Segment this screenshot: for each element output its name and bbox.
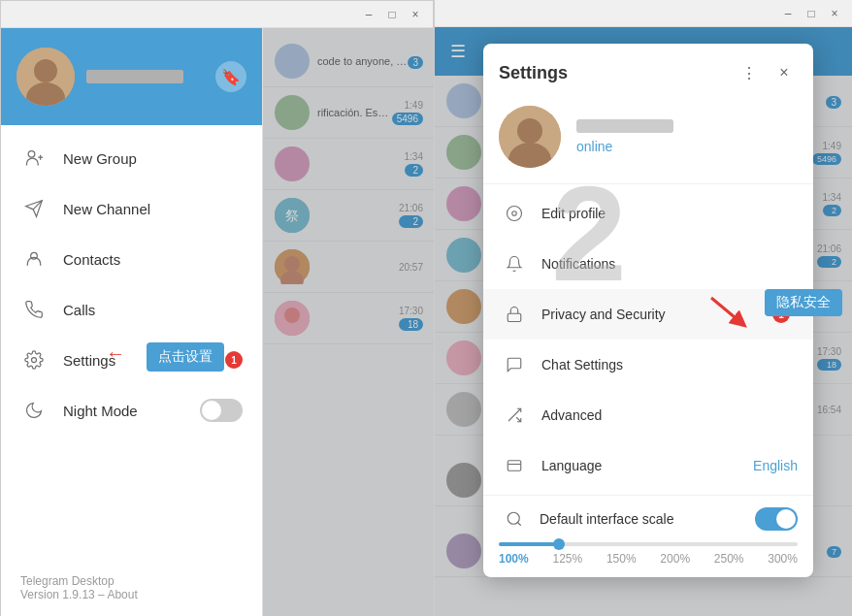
bg-avatar-2: [446, 186, 481, 221]
svg-point-15: [284, 308, 300, 323]
settings-more-btn[interactable]: ⋮: [736, 59, 763, 86]
scale-bar-thumb[interactable]: [553, 538, 565, 550]
language-value: English: [753, 458, 798, 473]
svg-line-23: [516, 417, 521, 422]
settings-menu-items: Edit profile Notifications Privacy a: [483, 184, 813, 495]
settings-modal-title: Settings: [499, 63, 568, 83]
scale-300[interactable]: 300%: [768, 552, 798, 566]
scale-options: 100% 125% 150% 200% 250% 300%: [499, 552, 798, 566]
settings-profile-info: online: [576, 119, 673, 154]
scale-250[interactable]: 250%: [714, 552, 744, 566]
bookmark-icon[interactable]: 🔖: [215, 61, 246, 92]
footer: Telegram Desktop Version 1.9.13 – About: [20, 574, 138, 601]
svg-point-19: [508, 207, 522, 221]
maximize-btn-right[interactable]: □: [802, 4, 821, 23]
scale-bar[interactable]: [499, 542, 798, 546]
profile-header[interactable]: 🔖: [1, 28, 262, 125]
chat-item-1[interactable]: rificación. Espera... 1:49 5496: [263, 87, 435, 139]
new-channel-icon: [20, 195, 48, 222]
privacy-label: Privacy and Security: [541, 307, 772, 322]
bg-avatar-4: [446, 289, 481, 324]
left-sidebar: 🔖 New Group New Channel: [1, 28, 263, 616]
scale-150[interactable]: 150%: [606, 552, 637, 566]
settings-avatar: [499, 106, 561, 168]
language-icon: [499, 450, 530, 481]
settings-profile-name: [576, 119, 673, 133]
settings-notifications[interactable]: Notifications: [483, 239, 813, 289]
new-group-item[interactable]: New Group: [1, 133, 262, 183]
bg-avatar-7: [446, 463, 481, 498]
chat-item-5[interactable]: 17:30 18: [263, 293, 435, 344]
chat-avatar-2: [275, 146, 310, 181]
chat-meta-2: 1:34 2: [405, 151, 423, 177]
chat-badge-2: 2: [405, 164, 423, 177]
settings-item[interactable]: Settings 1 ← 点击设置: [1, 335, 262, 385]
edit-profile-icon: [499, 198, 530, 229]
scale-125[interactable]: 125%: [552, 552, 582, 566]
settings-profile-section[interactable]: online: [483, 94, 813, 184]
contacts-label: Contacts: [63, 251, 243, 268]
chat-item-0[interactable]: code to anyone, eve... 3: [263, 36, 435, 87]
scale-200[interactable]: 200%: [660, 552, 690, 566]
night-mode-label: Night Mode: [63, 403, 200, 419]
new-channel-item[interactable]: New Channel: [1, 183, 262, 234]
chat-item-3[interactable]: 祭 21:06 2: [263, 190, 435, 242]
night-mode-toggle[interactable]: [200, 399, 243, 422]
chat-settings-label: Chat Settings: [541, 357, 798, 373]
chat-list: code to anyone, eve... 3 rificación. Esp…: [263, 28, 435, 352]
maximize-btn-left[interactable]: □: [382, 5, 402, 24]
settings-icon: [20, 346, 48, 373]
minimize-btn-right[interactable]: –: [778, 4, 798, 23]
menu-items: New Group New Channel Contacts: [1, 125, 262, 443]
chat-msg-1: rificación. Espera...: [317, 107, 392, 118]
svg-line-26: [517, 522, 520, 525]
scale-100[interactable]: 100%: [499, 552, 529, 566]
notifications-icon: [499, 248, 530, 279]
contacts-icon: [20, 245, 48, 273]
chat-badge-3: 2: [399, 215, 423, 228]
advanced-label: Advanced: [541, 407, 798, 423]
settings-tooltip: 点击设置: [147, 342, 224, 372]
settings-arrow: ←: [106, 342, 125, 365]
svg-point-25: [508, 512, 519, 524]
chat-avatar-5: [275, 301, 310, 336]
bg-avatar-0: [446, 83, 481, 118]
calls-label: Calls: [63, 302, 243, 318]
chat-badge-5: 18: [399, 318, 423, 331]
scale-section: Default interface scale 100% 125% 150% 2…: [483, 495, 813, 577]
new-group-label: New Group: [63, 150, 243, 167]
settings-close-btn[interactable]: ×: [770, 59, 798, 86]
scale-label: Default interface scale: [540, 511, 674, 527]
calls-icon: [20, 296, 48, 323]
new-channel-label: New Channel: [63, 201, 243, 217]
settings-language[interactable]: Language English: [483, 440, 813, 491]
chat-settings-icon: [499, 349, 530, 380]
close-btn-right[interactable]: ×: [825, 4, 844, 23]
settings-chat[interactable]: Chat Settings: [483, 340, 813, 390]
chat-item-4[interactable]: 20:57: [263, 242, 435, 293]
app-version: Version 1.9.13 – About: [20, 588, 138, 601]
advanced-icon: [499, 400, 530, 431]
calls-item[interactable]: Calls: [1, 284, 262, 335]
settings-edit-profile[interactable]: Edit profile: [483, 188, 813, 239]
title-bar-right: – □ ×: [435, 0, 852, 27]
chat-avatar-4: [275, 249, 310, 284]
close-btn-left[interactable]: ×: [406, 5, 425, 24]
minimize-btn-left[interactable]: –: [359, 5, 378, 24]
chat-meta-3: 21:06 2: [399, 203, 423, 228]
settings-privacy[interactable]: Privacy and Security 1: [483, 289, 813, 340]
settings-advanced[interactable]: Advanced: [483, 390, 813, 440]
avatar-image: [16, 48, 75, 106]
hamburger-icon: ☰: [450, 41, 466, 62]
chat-item-2[interactable]: 1:34 2: [263, 139, 435, 190]
settings-modal-actions: ⋮ ×: [736, 59, 798, 86]
scale-toggle[interactable]: [755, 507, 798, 531]
svg-point-17: [517, 118, 542, 144]
edit-profile-label: Edit profile: [541, 206, 798, 221]
night-mode-item[interactable]: Night Mode: [1, 385, 262, 436]
svg-point-3: [28, 151, 35, 158]
privacy-tooltip: 隐私安全: [765, 289, 842, 316]
bg-avatar-8: [446, 534, 481, 568]
contacts-item[interactable]: Contacts: [1, 234, 262, 284]
avatar: [16, 48, 75, 106]
